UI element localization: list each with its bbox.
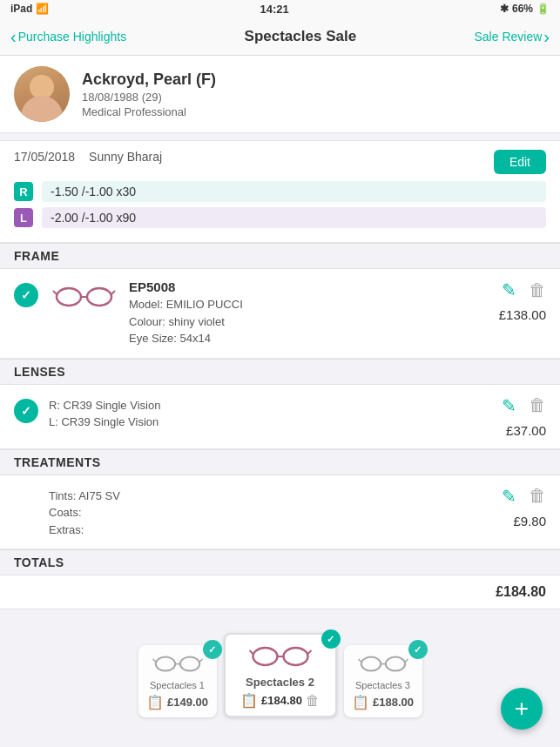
prescription-prescriber: Sunny Bharaj: [89, 150, 162, 164]
lenses-price: £37.00: [506, 423, 546, 438]
frame-code: EP5008: [129, 279, 466, 294]
nav-title: Spectacles Sale: [245, 28, 357, 45]
rx-left-value: -2.00 /-1.00 x90: [42, 207, 546, 228]
svg-line-14: [307, 650, 311, 654]
glasses-icon: [51, 282, 117, 313]
thumb-price-row-3: 📋 £188.00: [352, 694, 414, 710]
status-time: 14:21: [260, 3, 289, 16]
lenses-actions: ✎ 🗑 £37.00: [476, 395, 546, 438]
lenses-trash-icon[interactable]: 🗑: [529, 395, 546, 415]
frame-desc: Model: EMILIO PUCCI Colour: shiny violet…: [129, 296, 466, 347]
thumb-price-row-2: 📋 £184.80 🗑: [240, 692, 320, 709]
frame-section-label: FRAME: [0, 243, 560, 269]
svg-line-9: [199, 659, 202, 662]
thumb-check-3: ✓: [408, 640, 428, 659]
lenses-item-section: R: CR39 Single Vision L: CR39 Single Vis…: [0, 385, 560, 449]
frame-price: £138.00: [499, 307, 546, 322]
thumb-spectacles-2[interactable]: ✓ Spectacles 2 📋 £184.80 🗑: [224, 633, 337, 717]
patient-name: Ackroyd, Pearl (F): [82, 71, 546, 89]
rx-right-value: -1.50 /-1.00 x30: [42, 181, 546, 202]
thumb-spectacles-1[interactable]: ✓ Spectacles 1 📋 £149.00: [138, 645, 217, 717]
nav-bar: Purchase Highlights Spectacles Sale Sale…: [0, 17, 560, 56]
svg-line-4: [111, 291, 115, 294]
nav-forward-label: Sale Review: [475, 30, 543, 44]
chevron-right-icon: [543, 28, 550, 45]
treatments-item-row: Tints: AI75 SV Coats: Extras: ✎ 🗑 £9.80: [14, 486, 546, 539]
frame-trash-icon[interactable]: 🗑: [529, 280, 546, 300]
thumb-glasses-3: [357, 652, 409, 676]
thumb-check-1: ✓: [203, 640, 222, 659]
lenses-edit-icon[interactable]: ✎: [502, 395, 516, 416]
status-bar: iPad 📶 14:21 ✱ 66% 🔋: [0, 0, 560, 17]
thumb-price-3: £188.00: [373, 696, 414, 709]
treatments-price: £9.80: [513, 514, 546, 528]
thumb-label-1: Spectacles 1: [150, 680, 205, 690]
status-left: iPad 📶: [10, 3, 49, 15]
rx-right-badge: R: [14, 182, 33, 201]
lenses-left: L: CR39 Single Vision: [49, 415, 159, 428]
frame-edit-icon[interactable]: ✎: [502, 279, 516, 300]
svg-line-18: [358, 659, 361, 662]
treatments-extras: Extras:: [49, 523, 84, 536]
thumb-price-row-1: 📋 £149.00: [146, 694, 208, 710]
thumb-price-2: £184.80: [261, 694, 302, 707]
frame-item-section: EP5008 Model: EMILIO PUCCI Colour: shiny…: [0, 269, 560, 359]
treatments-section-label: TREATMENTS: [0, 449, 560, 475]
svg-point-11: [283, 648, 307, 665]
thumb-trash-2[interactable]: 🗑: [306, 693, 320, 709]
wifi-icon: 📶: [36, 3, 49, 15]
frame-check-icon: [14, 283, 38, 307]
treatments-details: Tints: AI75 SV Coats: Extras:: [14, 486, 466, 539]
thumbnails-section: ✓ Spectacles 1 📋 £149.00 ✓ Spectacles 2 …: [0, 609, 560, 731]
totals-section-label: TOTALS: [0, 549, 560, 575]
svg-point-15: [361, 657, 380, 671]
lenses-item-row: R: CR39 Single Vision L: CR39 Single Vis…: [14, 395, 546, 438]
frame-action-icons: ✎ 🗑: [502, 279, 546, 300]
thumb-price-icon-1: 📋: [146, 694, 164, 710]
prescription-section: 17/05/2018 Sunny Bharaj Edit R -1.50 /-1…: [0, 140, 560, 243]
frame-actions: ✎ 🗑 £138.00: [476, 279, 546, 322]
lenses-action-icons: ✎ 🗑: [502, 395, 546, 416]
patient-header: Ackroyd, Pearl (F) 18/08/1988 (29) Medic…: [0, 56, 560, 133]
nav-back-button[interactable]: Purchase Highlights: [10, 28, 126, 45]
svg-point-10: [253, 648, 277, 665]
nav-forward-button[interactable]: Sale Review: [475, 28, 550, 45]
add-fab-button[interactable]: +: [501, 688, 543, 730]
svg-point-16: [385, 657, 404, 671]
rx-left-row: L -2.00 /-1.00 x90: [14, 207, 546, 228]
battery-icon: 🔋: [536, 3, 550, 15]
thumb-price-icon-3: 📋: [352, 694, 369, 710]
lenses-right: R: CR39 Single Vision: [49, 399, 160, 412]
svg-point-1: [87, 288, 111, 306]
battery-label: 66%: [512, 3, 533, 15]
thumb-glasses-2: [246, 642, 315, 672]
treatments-desc: Tints: AI75 SV Coats: Extras:: [49, 488, 466, 539]
treatments-actions: ✎ 🗑 £9.80: [476, 486, 546, 528]
thumb-spectacles-3[interactable]: ✓ Spectacles 3 📋 £188.00: [344, 645, 422, 717]
patient-info: Ackroyd, Pearl (F) 18/08/1988 (29) Medic…: [82, 71, 546, 118]
prescription-meta: 17/05/2018 Sunny Bharaj: [14, 150, 162, 164]
thumb-glasses-1: [152, 652, 204, 676]
avatar: [14, 66, 70, 122]
status-right: ✱ 66% 🔋: [500, 3, 550, 15]
lenses-details: R: CR39 Single Vision L: CR39 Single Vis…: [49, 395, 466, 431]
svg-line-13: [249, 650, 253, 654]
edit-button[interactable]: Edit: [494, 150, 546, 174]
thumb-price-icon-2: 📋: [240, 692, 258, 709]
nav-back-label: Purchase Highlights: [18, 30, 127, 44]
chevron-left-icon: [10, 28, 17, 45]
thumb-label-3: Spectacles 3: [355, 680, 410, 690]
patient-type: Medical Professional: [82, 105, 546, 118]
lenses-desc: R: CR39 Single Vision L: CR39 Single Vis…: [49, 397, 466, 431]
lenses-section-label: LENSES: [0, 359, 560, 385]
avatar-image: [14, 66, 70, 122]
svg-line-19: [405, 659, 408, 662]
treatments-trash-icon[interactable]: 🗑: [529, 486, 546, 506]
treatments-edit-icon[interactable]: ✎: [502, 486, 516, 507]
thumb-check-2: ✓: [321, 629, 341, 649]
bluetooth-icon: ✱: [500, 3, 509, 15]
svg-line-8: [152, 659, 155, 662]
rx-right-row: R -1.50 /-1.00 x30: [14, 181, 546, 202]
thumb-label-2: Spectacles 2: [246, 676, 314, 689]
treatments-action-icons: ✎ 🗑: [502, 486, 546, 507]
